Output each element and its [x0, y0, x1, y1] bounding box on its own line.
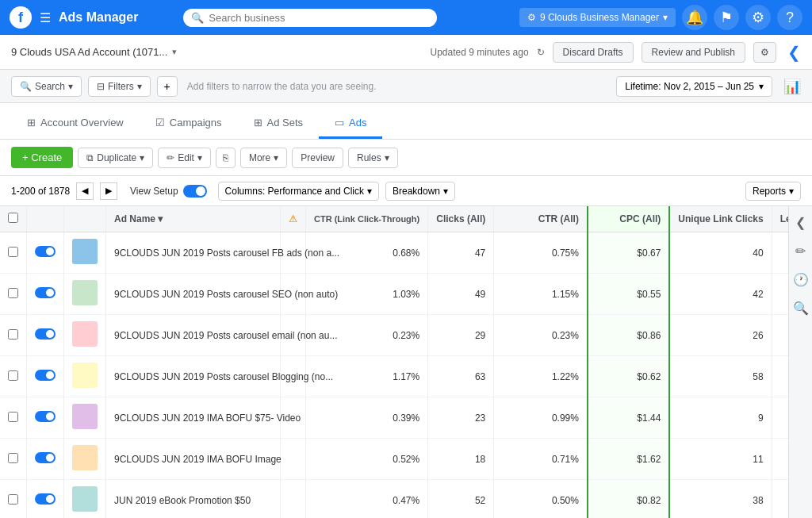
row-toggle-cell[interactable] [27, 397, 64, 439]
biz-manager-button[interactable]: ⚙ 9 Clouds Business Manager ▾ [519, 8, 676, 27]
row-image-cell [64, 232, 106, 274]
search-input[interactable] [209, 12, 429, 24]
discard-drafts-button[interactable]: Discard Drafts [553, 42, 634, 63]
filters-button[interactable]: ⊟ Filters ▾ [88, 76, 151, 97]
ad-thumbnail [72, 486, 98, 512]
tab-icon: ⊞ [254, 117, 262, 129]
account-chevron-icon: ▾ [172, 47, 177, 57]
clock-panel-icon[interactable]: 🕐 [791, 270, 810, 289]
row-ad-name: JUN 2019 eBook Promotion $50 [106, 480, 281, 519]
row-cpc: $0.67 [588, 232, 669, 274]
row-checkbox[interactable] [8, 494, 18, 505]
row-ulc: 42 [669, 274, 772, 315]
row-toggle-cell[interactable] [27, 356, 64, 397]
tab-ads[interactable]: ▭ Ads [319, 109, 382, 139]
flag-icon[interactable]: ⚑ [714, 5, 739, 30]
row-image-cell [64, 439, 106, 480]
help-icon[interactable]: ? [777, 5, 802, 30]
hamburger-icon[interactable]: ☰ [40, 10, 51, 25]
breakdown-button[interactable]: Breakdown ▾ [385, 182, 455, 201]
ctr-all-header[interactable]: CTR (All) [494, 206, 588, 232]
row-toggle[interactable] [35, 246, 56, 257]
ctr-link-header[interactable]: CTR (Link Click-Through) [306, 206, 428, 232]
row-ctr-all: 0.75% [494, 232, 588, 274]
row-toggle[interactable] [35, 452, 56, 463]
copy-button[interactable]: ⎘ [216, 148, 236, 168]
search-panel-icon[interactable]: 🔍 [791, 298, 810, 317]
row-checkbox-cell[interactable] [0, 232, 27, 274]
view-bar: 1-200 of 1878 ◀ ▶ View Setup Columns: Pe… [0, 176, 812, 206]
pencil-panel-icon[interactable]: ✏ [791, 241, 810, 260]
row-toggle[interactable] [35, 493, 56, 505]
row-image-cell [64, 315, 106, 356]
row-toggle[interactable] [35, 328, 56, 340]
clicks-all-header[interactable]: Clicks (All) [428, 206, 494, 232]
row-clicks: 49 [428, 274, 494, 315]
account-selector[interactable]: 9 Clouds USA Ad Account (1071... ▾ [11, 46, 177, 58]
row-checkbox[interactable] [8, 329, 18, 340]
row-toggle[interactable] [35, 370, 56, 381]
cpc-all-header[interactable]: CPC (All) [588, 206, 669, 232]
row-ctr-all: 0.50% [494, 480, 588, 519]
tab-icon: ▭ [335, 117, 344, 129]
row-toggle-cell[interactable] [27, 315, 64, 356]
account-name: 9 Clouds USA Ad Account (1071... [11, 46, 167, 58]
row-ctr-link: 0.39% [306, 397, 428, 439]
row-toggle-cell[interactable] [27, 439, 64, 480]
next-page-button[interactable]: ▶ [100, 182, 117, 200]
row-checkbox-cell[interactable] [0, 315, 27, 356]
create-button[interactable]: + Create [11, 147, 73, 168]
row-checkbox-cell[interactable] [0, 356, 27, 397]
add-filter-button[interactable]: + [157, 76, 178, 97]
review-publish-button[interactable]: Review and Publish [642, 42, 745, 63]
row-checkbox-cell[interactable] [0, 397, 27, 439]
unique-link-clicks-header[interactable]: Unique Link Clicks [669, 206, 772, 232]
account-settings-button[interactable]: ⚙ [753, 42, 776, 63]
row-checkbox-cell[interactable] [0, 480, 27, 519]
chart-icon[interactable]: 📊 [783, 78, 801, 95]
columns-button[interactable]: Columns: Performance and Click ▾ [218, 182, 379, 201]
more-button[interactable]: More ▾ [240, 148, 287, 168]
duplicate-button[interactable]: ⧉ Duplicate ▾ [78, 148, 153, 168]
reports-button[interactable]: Reports ▾ [745, 182, 801, 201]
row-toggle[interactable] [35, 411, 56, 422]
row-toggle[interactable] [35, 287, 56, 298]
tab-account-overview[interactable]: ⊞ Account Overview [11, 109, 140, 139]
row-checkbox[interactable] [8, 288, 18, 298]
row-clicks: 23 [428, 397, 494, 439]
biz-manager-icon: ⚙ [527, 12, 536, 23]
view-setup-toggle[interactable] [183, 185, 207, 198]
edit-button[interactable]: ✏ Edit ▾ [158, 148, 211, 168]
rules-button[interactable]: Rules ▾ [348, 148, 398, 168]
table-row: 9CLOUDS JUN 2019 Posts carousel SEO (non… [0, 274, 812, 315]
row-checkbox-cell[interactable] [0, 439, 27, 480]
row-toggle-cell[interactable] [27, 480, 64, 519]
edit-icon: ✏ [167, 152, 174, 163]
date-range-button[interactable]: Lifetime: Nov 2, 2015 – Jun 25 ▾ [616, 76, 772, 97]
warning-header: ⚠ [281, 206, 306, 232]
preview-button[interactable]: Preview [292, 148, 343, 168]
table-row: JUN 2019 eBook Promotion $50 0.47% 52 0.… [0, 480, 812, 519]
select-all-header[interactable] [0, 206, 27, 232]
main-content: Ad Name ▾ ⚠ CTR (Link Click-Through) Cli… [0, 206, 812, 518]
settings-icon[interactable]: ⚙ [745, 5, 771, 30]
tab-campaigns[interactable]: ☑ Campaigns [140, 109, 238, 139]
notifications-icon[interactable]: 🔔 [682, 5, 707, 30]
search-filter-button[interactable]: 🔍 Search ▾ [11, 76, 82, 97]
row-checkbox[interactable] [8, 370, 18, 381]
prev-page-button[interactable]: ◀ [76, 182, 94, 200]
back-icon[interactable]: ❮ [787, 43, 801, 62]
ad-name-header[interactable]: Ad Name ▾ [106, 206, 281, 232]
select-all-checkbox[interactable] [8, 213, 18, 223]
back-panel-icon[interactable]: ❮ [791, 213, 810, 232]
row-checkbox-cell[interactable] [0, 274, 27, 315]
chevron-down-icon: ▾ [367, 186, 372, 197]
row-toggle-cell[interactable] [27, 274, 64, 315]
refresh-icon[interactable]: ↻ [537, 47, 545, 58]
row-checkbox[interactable] [8, 453, 18, 463]
row-toggle-cell[interactable] [27, 232, 64, 274]
filter-bar: 🔍 Search ▾ ⊟ Filters ▾ + Add filters to … [0, 70, 812, 103]
tab-adsets[interactable]: ⊞ Ad Sets [238, 109, 320, 139]
row-checkbox[interactable] [8, 412, 18, 422]
row-checkbox[interactable] [8, 247, 18, 257]
